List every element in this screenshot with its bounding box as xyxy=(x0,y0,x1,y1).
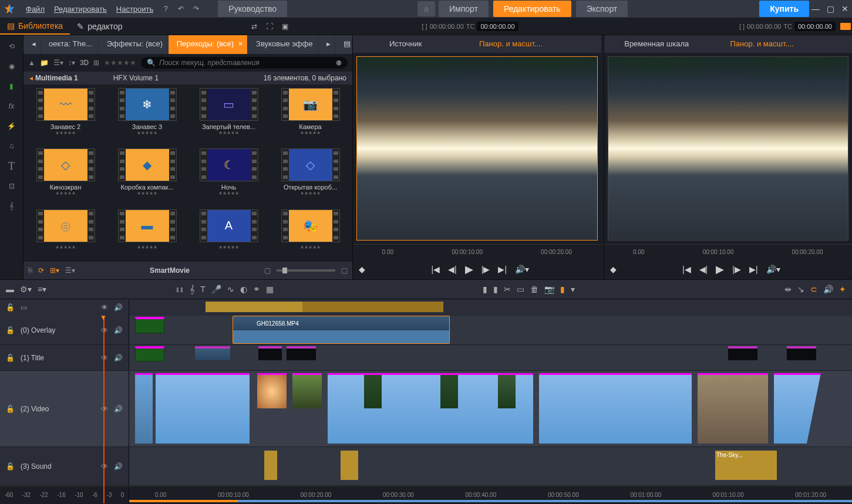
close-button[interactable]: ✕ xyxy=(841,4,848,13)
time-scale[interactable]: 0.0000:00:10.0000:00:20.0000:00:30.0000:… xyxy=(129,486,852,503)
src-goto-end-icon[interactable]: ▶| xyxy=(498,265,507,274)
overlay-eye-icon[interactable]: 👁 xyxy=(101,326,108,334)
tl-play-icon[interactable]: ▶ xyxy=(716,263,724,276)
video-clip-3[interactable] xyxy=(292,373,322,408)
tl-color-icon[interactable]: ◐ xyxy=(240,285,247,294)
tc-box-1[interactable]: 00:00:00.00 xyxy=(477,22,518,31)
tl-audio-scrub-icon[interactable]: 🔊 xyxy=(823,285,833,294)
video-clip-7[interactable] xyxy=(498,373,516,408)
tl-goto-end-icon[interactable]: ▶| xyxy=(749,265,758,274)
master-eye-icon[interactable]: 👁 xyxy=(101,303,108,312)
list-icon[interactable]: ☰▾ xyxy=(53,59,63,67)
tl-keyframe-icon[interactable]: ✦ xyxy=(839,285,846,294)
help-icon[interactable]: ? xyxy=(159,2,172,15)
pv-tab-panzoom-1[interactable]: Панор. и масшт.... xyxy=(458,35,563,53)
guide-button[interactable]: Руководство xyxy=(218,1,287,17)
panel-tab-library[interactable]: ▤ Библиотека xyxy=(0,18,70,35)
rating-filter[interactable]: ★★★★★ xyxy=(104,59,136,67)
title-eye-icon[interactable]: 👁 xyxy=(101,354,108,362)
src-mark-in-icon[interactable]: ◆ xyxy=(359,265,365,274)
panel-tab-editor[interactable]: ✎ редактор xyxy=(70,19,129,34)
libtab-menu[interactable]: ▤ xyxy=(335,35,352,54)
pv-tab-empty-1[interactable] xyxy=(564,35,601,53)
library-item-2[interactable]: ▭ Запертый телев... ★★★★★ xyxy=(190,88,267,144)
library-item-5[interactable]: ◆ Коробка компак... ★★★★★ xyxy=(109,148,186,204)
libtab-sound[interactable]: Звуковые эффе xyxy=(248,35,318,54)
tab-close-icon[interactable]: × xyxy=(238,39,243,48)
title-clip-4[interactable] xyxy=(728,346,757,360)
master-mode-icon[interactable]: ▭ xyxy=(21,303,27,312)
search-input[interactable]: 🔍 ⊗ xyxy=(141,57,348,69)
footer-list-icon[interactable]: ☰▾ xyxy=(65,266,75,275)
side-title-icon[interactable]: T xyxy=(4,158,19,174)
pv-tab-source[interactable]: Источник xyxy=(353,35,458,53)
library-item-7[interactable]: ◇ Открытая короб... ★★★★★ xyxy=(272,148,349,204)
folder-icon[interactable]: 📁 xyxy=(40,59,49,67)
zoom-slider[interactable] xyxy=(277,269,335,272)
library-item-11[interactable]: 🎭 ★★★★★ xyxy=(272,209,349,258)
video-clip-5[interactable] xyxy=(364,373,382,408)
timeline-preview[interactable] xyxy=(608,56,849,241)
video-eye-icon[interactable]: 👁 xyxy=(101,405,108,413)
library-item-10[interactable]: A ★★★★★ xyxy=(190,209,267,258)
side-music-icon[interactable]: ♫ xyxy=(4,138,19,154)
sound-speaker-icon[interactable]: 🔊 xyxy=(114,462,123,471)
tl-treble-icon[interactable]: 𝄞 xyxy=(190,285,194,295)
libtab-prev[interactable]: ◂ xyxy=(23,35,40,54)
video-clip-8[interactable] xyxy=(539,373,692,444)
grid-icon[interactable]: ⊞ xyxy=(93,59,99,67)
library-item-4[interactable]: ◇ Киноэкран ★★★★★ xyxy=(27,148,104,204)
tl-link-icon[interactable]: ⚭ xyxy=(253,285,260,294)
tl-layout-icon[interactable]: ▬ xyxy=(6,285,14,294)
source-preview[interactable] xyxy=(356,56,598,241)
video-clip-10[interactable] xyxy=(774,373,821,444)
tl-trash-icon[interactable]: 🗑 xyxy=(530,285,538,294)
home-icon[interactable]: ⌂ xyxy=(417,1,435,16)
tab-edit[interactable]: Редактировать xyxy=(493,1,571,17)
tl-rect-icon[interactable]: ▭ xyxy=(517,285,524,294)
tl-volume-icon[interactable]: 🔊▾ xyxy=(766,265,780,274)
title-clip-0[interactable] xyxy=(135,346,164,361)
redo-icon[interactable]: ↷ xyxy=(190,2,203,15)
master-lock-icon[interactable]: 🔓 xyxy=(6,303,15,312)
sound-clip-3[interactable]: The-Sky... xyxy=(715,451,777,480)
tl-step-back-icon[interactable]: ◀| xyxy=(699,265,708,274)
sound-clip-1[interactable] xyxy=(264,451,277,480)
video-clip-9[interactable] xyxy=(698,373,768,444)
tl-goto-start-icon[interactable]: |◀ xyxy=(682,265,691,274)
tl-magnet-icon[interactable]: ⊂ xyxy=(810,285,817,294)
tl-marker-menu-icon[interactable]: ▾ xyxy=(571,285,575,294)
side-folder-icon[interactable]: ▮ xyxy=(4,79,19,94)
library-item-8[interactable]: ◎ ★★★★★ xyxy=(27,209,104,258)
playhead[interactable] xyxy=(103,316,105,503)
clear-search-icon[interactable]: ⊗ xyxy=(336,59,342,67)
sound-eye-icon[interactable]: 👁 xyxy=(101,462,108,471)
side-transitions-icon[interactable]: ⚡ xyxy=(4,119,19,134)
up-icon[interactable]: ▲ xyxy=(28,59,35,67)
sound-clip-2[interactable] xyxy=(341,451,358,480)
category-multimedia[interactable]: Multimedia 1 xyxy=(35,74,78,82)
pv-tab-empty-2[interactable] xyxy=(814,35,852,53)
sound-lock-icon[interactable]: 🔓 xyxy=(6,462,15,471)
side-reload-icon[interactable]: ⟲ xyxy=(4,39,19,54)
side-disc-icon[interactable]: ◉ xyxy=(4,59,19,74)
tl-wave-icon[interactable]: ∿ xyxy=(227,285,234,294)
tl-fit-icon[interactable]: ⇹ xyxy=(784,285,792,294)
video-clip-1[interactable] xyxy=(156,373,250,444)
title-clip-5[interactable] xyxy=(787,346,816,360)
side-overlay-icon[interactable]: ⊡ xyxy=(4,178,19,194)
source-ruler[interactable]: 0.00 00:00:10.00 00:00:20.00 xyxy=(353,244,601,259)
tl-insert-icon[interactable]: ↘ xyxy=(797,285,804,294)
swap-icon[interactable]: ⇄ xyxy=(248,20,261,33)
tl-tracks-icon[interactable]: ≡▾ xyxy=(38,285,46,294)
libtab-effects[interactable]: Эффекты: (все) xyxy=(99,35,168,54)
smartmovie-label[interactable]: SmartMovie xyxy=(81,266,258,275)
libtab-next[interactable]: ▸ xyxy=(318,35,335,54)
menu-edit[interactable]: Редактировать xyxy=(49,2,112,16)
title-speaker-icon[interactable]: 🔊 xyxy=(114,354,123,362)
footer-copy-icon[interactable]: ⎘ xyxy=(28,266,32,275)
overlay-clip-1[interactable] xyxy=(135,317,164,333)
fullscreen-icon[interactable]: ⛶ xyxy=(263,20,276,33)
maximize-button[interactable]: ▢ xyxy=(827,4,834,13)
tab-import[interactable]: Импорт xyxy=(439,1,489,17)
